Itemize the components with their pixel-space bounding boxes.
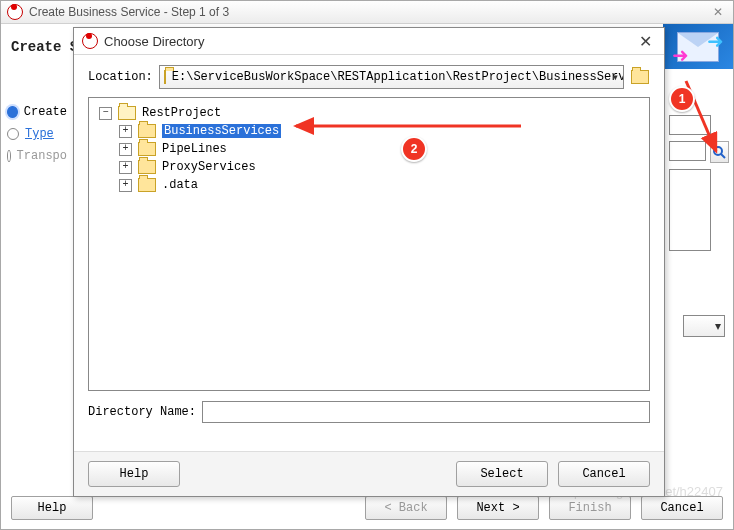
tree-row-pipelines[interactable]: + PipeLines xyxy=(95,140,643,158)
folder-icon xyxy=(138,178,156,192)
tree-label: .data xyxy=(162,178,198,192)
tree-label: BusinessServices xyxy=(162,124,281,138)
window-title: Create Business Service - Step 1 of 3 xyxy=(29,5,229,19)
arrow-left-icon: ➜ xyxy=(672,45,689,65)
back-button: < Back xyxy=(365,496,447,520)
location-path: E:\ServiceBusWorkSpace\RESTApplication\R… xyxy=(172,70,624,84)
open-folder-button[interactable] xyxy=(630,66,650,88)
annotation-badge-2: 2 xyxy=(401,136,427,162)
dialog-title: Choose Directory xyxy=(104,34,204,49)
text-input[interactable] xyxy=(669,115,711,135)
app-icon xyxy=(7,4,23,20)
svg-point-0 xyxy=(714,147,722,155)
tree-row-businessservices[interactable]: + BusinessServices xyxy=(95,122,643,140)
dialog-select-button[interactable]: Select xyxy=(456,461,548,487)
folder-icon xyxy=(138,124,156,138)
window-close-icon[interactable]: ✕ xyxy=(709,5,727,19)
finish-button: Finish xyxy=(549,496,631,520)
directory-name-label: Directory Name: xyxy=(88,405,196,419)
annotation-badge-1: 1 xyxy=(669,86,695,112)
location-row: Location: E:\ServiceBusWorkSpace\RESTApp… xyxy=(88,65,650,89)
folder-open-icon xyxy=(118,106,136,120)
step-transport: Transpo xyxy=(1,145,73,167)
step-label: Type xyxy=(25,127,54,141)
step-create[interactable]: Create xyxy=(1,101,73,123)
tree-row-data[interactable]: + .data xyxy=(95,176,643,194)
expander-icon[interactable]: + xyxy=(119,179,132,192)
next-button[interactable]: Next > xyxy=(457,496,539,520)
folder-icon xyxy=(138,160,156,174)
dialog-help-button[interactable]: Help xyxy=(88,461,180,487)
step-indicator-icon xyxy=(7,128,19,140)
dialog-close-icon[interactable]: ✕ xyxy=(635,32,656,51)
dialog-titlebar: Choose Directory ✕ xyxy=(74,28,664,55)
dropdown[interactable] xyxy=(683,315,725,337)
text-input[interactable] xyxy=(669,141,706,161)
step-indicator-icon xyxy=(7,150,11,162)
expander-icon[interactable]: + xyxy=(119,143,132,156)
browse-button[interactable] xyxy=(710,141,729,163)
dialog-icon xyxy=(82,33,98,49)
arrow-right-icon: ➜ xyxy=(707,31,724,51)
tree-label: ProxyServices xyxy=(162,160,256,174)
right-fields xyxy=(669,115,729,251)
mail-exchange-icon: ➜ ➜ xyxy=(677,32,719,62)
magnifier-icon xyxy=(712,145,726,159)
step-label: Create xyxy=(24,105,67,119)
tree-row-proxyservices[interactable]: + ProxyServices xyxy=(95,158,643,176)
location-label: Location: xyxy=(88,70,153,84)
expander-icon[interactable]: + xyxy=(119,125,132,138)
textarea[interactable] xyxy=(669,169,711,251)
header-banner: ➜ ➜ xyxy=(663,24,733,69)
wizard-window: Create Business Service - Step 1 of 3 ✕ … xyxy=(0,0,734,530)
step-type[interactable]: Type xyxy=(1,123,73,145)
dialog-footer: Help Select Cancel xyxy=(74,451,664,496)
directory-tree[interactable]: − RestProject + BusinessServices + PipeL… xyxy=(88,97,650,391)
directory-name-row: Directory Name: xyxy=(88,401,650,423)
expander-icon[interactable]: − xyxy=(99,107,112,120)
directory-name-input[interactable] xyxy=(202,401,650,423)
wizard-header-text: Create S xyxy=(1,39,78,55)
choose-directory-dialog: Choose Directory ✕ Location: E:\ServiceB… xyxy=(73,27,665,497)
titlebar: Create Business Service - Step 1 of 3 ✕ xyxy=(1,1,733,24)
folder-icon xyxy=(138,142,156,156)
folder-open-icon xyxy=(631,70,649,84)
svg-line-1 xyxy=(721,154,725,158)
dialog-body: Location: E:\ServiceBusWorkSpace\RESTApp… xyxy=(74,55,664,451)
dialog-cancel-button[interactable]: Cancel xyxy=(558,461,650,487)
help-button[interactable]: Help xyxy=(11,496,93,520)
wizard-steps: Create Type Transpo xyxy=(1,101,73,167)
step-label: Transpo xyxy=(17,149,67,163)
folder-icon xyxy=(164,70,166,84)
tree-label: RestProject xyxy=(142,106,221,120)
location-combo[interactable]: E:\ServiceBusWorkSpace\RESTApplication\R… xyxy=(159,65,624,89)
expander-icon[interactable]: + xyxy=(119,161,132,174)
cancel-button[interactable]: Cancel xyxy=(641,496,723,520)
tree-label: PipeLines xyxy=(162,142,227,156)
tree-row-root[interactable]: − RestProject xyxy=(95,104,643,122)
step-indicator-icon xyxy=(7,106,18,118)
